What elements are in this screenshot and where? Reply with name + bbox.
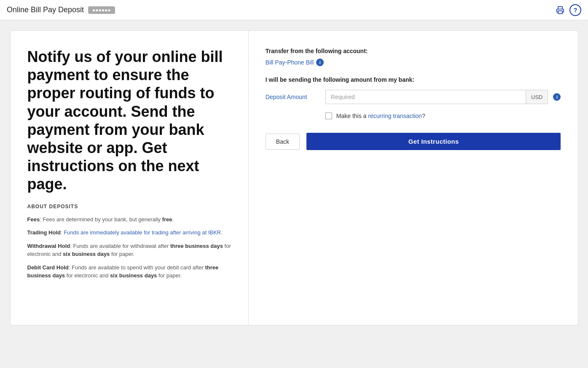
fees-text: : Fees are determined by your bank, but … bbox=[40, 216, 162, 223]
deposit-amount-input[interactable] bbox=[326, 90, 526, 104]
withdrawal-hold-bold1: three business days bbox=[170, 243, 223, 249]
debit-card-bold2: six business days bbox=[110, 272, 157, 279]
right-panel: Transfer from the following account: Bil… bbox=[249, 31, 578, 325]
main-heading: Notify us of your online bill payment to… bbox=[27, 48, 231, 193]
fees-highlight: free bbox=[162, 216, 172, 223]
withdrawal-hold-info: Withdrawal Hold: Funds are available for… bbox=[27, 242, 231, 258]
recurring-link[interactable]: recurring transaction bbox=[368, 113, 422, 119]
back-button[interactable]: Back bbox=[266, 134, 300, 150]
account-info-icon[interactable]: i bbox=[316, 59, 324, 66]
trading-hold-label: Trading Hold bbox=[27, 229, 61, 236]
debit-card-text: : Funds are available to spend with your… bbox=[69, 264, 205, 271]
deposit-amount-row: Deposit Amount USD i bbox=[266, 90, 561, 104]
recurring-label: Make this a recurring transaction? bbox=[336, 113, 425, 119]
help-button[interactable]: ? bbox=[569, 4, 581, 16]
recurring-row: Make this a recurring transaction? bbox=[325, 113, 561, 119]
debit-card-label: Debit Card Hold bbox=[27, 264, 69, 271]
status-badge: ●●●●●● bbox=[88, 6, 115, 14]
sending-label: I will be sending the following amount f… bbox=[266, 76, 561, 83]
account-link[interactable]: Bill Pay-Phone Bill i bbox=[266, 59, 561, 66]
main-wrapper: Notify us of your online bill payment to… bbox=[3, 20, 585, 336]
fees-label: Fees bbox=[27, 216, 40, 223]
transfer-from-label: Transfer from the following account: bbox=[266, 48, 561, 54]
withdrawal-hold-bold2: six business days bbox=[63, 251, 110, 257]
withdrawal-hold-end: for paper. bbox=[110, 251, 134, 257]
fees-end: . bbox=[172, 216, 174, 223]
deposit-amount-label: Deposit Amount bbox=[266, 94, 320, 100]
about-deposits-title: ABOUT DEPOSITS bbox=[27, 204, 231, 210]
page-title: Online Bill Pay Deposit bbox=[7, 5, 84, 14]
fees-info: Fees: Fees are determined by your bank, … bbox=[27, 215, 231, 224]
debit-card-info: Debit Card Hold: Funds are available to … bbox=[27, 263, 231, 280]
main-card: Notify us of your online bill payment to… bbox=[10, 30, 578, 325]
withdrawal-hold-label: Withdrawal Hold bbox=[27, 243, 70, 249]
get-instructions-button[interactable]: Get Instructions bbox=[306, 133, 561, 150]
debit-card-mid: for electronic and bbox=[65, 272, 110, 279]
debit-card-end: for paper. bbox=[157, 272, 182, 279]
deposit-info-icon[interactable]: i bbox=[553, 93, 561, 101]
withdrawal-hold-text: : Funds are available for withdrawal aft… bbox=[70, 243, 170, 249]
trading-hold-text: : Funds are immediately available for tr… bbox=[61, 229, 223, 236]
print-button[interactable] bbox=[554, 4, 566, 16]
top-bar: Online Bill Pay Deposit ●●●●●● ? bbox=[0, 0, 588, 20]
recurring-checkbox[interactable] bbox=[325, 113, 332, 119]
left-panel: Notify us of your online bill payment to… bbox=[11, 31, 249, 325]
trading-hold-info: Trading Hold: Funds are immediately avai… bbox=[27, 228, 231, 237]
deposit-input-wrapper: USD bbox=[325, 90, 548, 104]
currency-label: USD bbox=[526, 90, 548, 104]
account-name: Bill Pay-Phone Bill bbox=[266, 59, 314, 66]
top-bar-left: Online Bill Pay Deposit ●●●●●● bbox=[7, 5, 115, 14]
top-bar-icons: ? bbox=[554, 4, 581, 16]
actions-row: Back Get Instructions bbox=[266, 133, 561, 150]
svg-rect-0 bbox=[558, 11, 562, 13]
